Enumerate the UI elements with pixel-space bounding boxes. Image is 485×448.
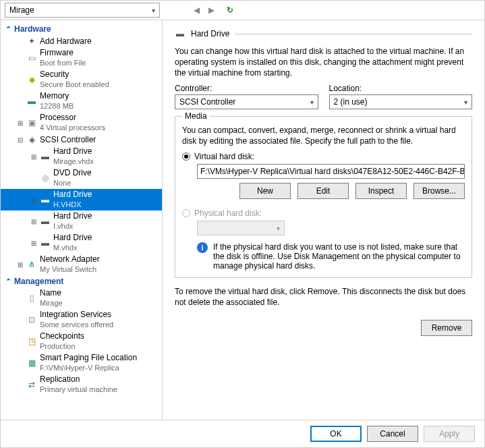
edit-button[interactable]: Edit bbox=[297, 183, 349, 199]
add-hardware-icon: ✦ bbox=[26, 36, 37, 47]
sidebar-item-processor[interactable]: ⊞▣ Processor 4 Virtual processors bbox=[1, 112, 162, 134]
refresh-button[interactable]: ↻ bbox=[223, 3, 237, 17]
name-icon: ▯ bbox=[26, 293, 37, 304]
harddrive-icon: ▬ bbox=[40, 237, 51, 248]
radio-icon bbox=[182, 209, 190, 217]
panel-description: You can change how this virtual hard dis… bbox=[175, 46, 472, 78]
divider bbox=[235, 34, 472, 34]
replication-icon: ⇄ bbox=[26, 379, 37, 390]
media-description: You can compact, convert, expand, merge,… bbox=[182, 125, 465, 146]
controller-label: Controller: bbox=[175, 84, 318, 93]
collapse-icon: ⌃ bbox=[5, 277, 11, 286]
nav-back-button[interactable]: ◀ bbox=[190, 3, 203, 17]
expand-icon: ⊞ bbox=[17, 118, 24, 128]
collapse-icon: ⌃ bbox=[5, 25, 11, 34]
collapse-icon: ⊟ bbox=[17, 135, 24, 145]
expand-icon: ⊞ bbox=[30, 152, 37, 162]
sidebar-item-smart-paging[interactable]: ▦ Smart Paging File Location F:\VMs\Hype… bbox=[1, 352, 162, 374]
media-legend: Media bbox=[182, 111, 210, 121]
sidebar-item-name[interactable]: ▯ Name Mirage bbox=[1, 287, 162, 309]
new-button[interactable]: New bbox=[239, 183, 291, 199]
settings-tree[interactable]: ⌃ Hardware ✦ Add Hardware ▭ Firmware Boo… bbox=[1, 20, 163, 420]
vm-name: Mirage bbox=[9, 5, 34, 15]
remove-button[interactable]: Remove bbox=[421, 320, 472, 336]
sidebar-item-harddrive-1[interactable]: ⊞▬ Hard Drive Mirage.vhdx bbox=[1, 146, 162, 167]
cpu-icon: ▣ bbox=[26, 117, 37, 128]
inspect-button[interactable]: Inspect bbox=[355, 183, 407, 199]
section-hardware[interactable]: ⌃ Hardware bbox=[1, 23, 162, 35]
sidebar-item-integration[interactable]: ⊡ Integration Services Some services off… bbox=[1, 309, 162, 331]
sidebar-item-network[interactable]: ⊞⋔ Network Adapter My Virtual Switch bbox=[1, 254, 162, 275]
remove-description: To remove the virtual hard disk, click R… bbox=[175, 286, 472, 308]
sidebar-item-checkpoints[interactable]: ◳ Checkpoints Production bbox=[1, 331, 162, 352]
media-group: Media You can compact, convert, expand, … bbox=[175, 116, 472, 278]
memory-icon: ▬ bbox=[26, 96, 37, 107]
harddrive-icon: ▬ bbox=[40, 151, 51, 162]
expand-icon: ⊞ bbox=[30, 217, 37, 227]
cancel-button[interactable]: Cancel bbox=[367, 426, 418, 442]
chevron-down-icon: ▾ bbox=[277, 225, 280, 232]
location-label: Location: bbox=[329, 84, 473, 93]
sidebar-item-harddrive-2[interactable]: ⊞▬ Hard Drive H.VHDX bbox=[1, 189, 162, 211]
vhd-path-input[interactable]: F:\VMs\Hyper-V Replica\Virtual hard disk… bbox=[197, 164, 465, 179]
vhd-radio[interactable]: Virtual hard disk: bbox=[182, 152, 465, 161]
sidebar-item-memory[interactable]: ▬ Memory 12288 MB bbox=[1, 90, 162, 112]
browse-button[interactable]: Browse... bbox=[413, 183, 465, 199]
nav-forward-button[interactable]: ▶ bbox=[204, 3, 218, 17]
section-management[interactable]: ⌃ Management bbox=[1, 275, 162, 287]
panel-title: Hard Drive bbox=[191, 29, 229, 38]
sidebar-item-firmware[interactable]: ▭ Firmware Boot from File bbox=[1, 47, 162, 69]
radio-icon bbox=[182, 152, 190, 161]
controller-select[interactable]: SCSI Controller ▾ bbox=[175, 94, 318, 109]
harddrive-icon: ▬ bbox=[40, 194, 51, 205]
sidebar-item-replication[interactable]: ⇄ Replication Primary virtual machine bbox=[1, 374, 162, 395]
expand-icon: ⊞ bbox=[17, 260, 24, 270]
firmware-icon: ▭ bbox=[26, 53, 37, 63]
sidebar-item-add-hardware[interactable]: ✦ Add Hardware bbox=[1, 35, 162, 47]
vm-selector[interactable]: Mirage ▾ bbox=[5, 3, 160, 18]
physical-disk-info: If the physical hard disk you want to us… bbox=[213, 242, 465, 271]
dvd-icon: ◎ bbox=[40, 173, 51, 184]
checkpoint-icon: ◳ bbox=[26, 336, 37, 347]
paging-icon: ▦ bbox=[26, 358, 37, 368]
expand-icon: ⊞ bbox=[30, 195, 37, 205]
sidebar-item-security[interactable]: ◆ Security Secure Boot enabled bbox=[1, 69, 162, 90]
sidebar-item-harddrive-3[interactable]: ⊞▬ Hard Drive I.vhdx bbox=[1, 211, 162, 232]
harddrive-icon: ▬ bbox=[175, 28, 186, 39]
network-icon: ⋔ bbox=[26, 259, 37, 270]
location-select[interactable]: 2 (in use) ▾ bbox=[329, 94, 473, 109]
info-icon: i bbox=[197, 242, 208, 253]
chevron-down-icon: ▾ bbox=[310, 99, 314, 106]
apply-button: Apply bbox=[424, 426, 475, 442]
controller-icon: ◈ bbox=[26, 134, 37, 145]
sidebar-item-scsi[interactable]: ⊟◈ SCSI Controller bbox=[1, 134, 162, 146]
expand-icon: ⊞ bbox=[30, 238, 37, 248]
physical-disk-radio: Physical hard disk: bbox=[182, 208, 465, 218]
chevron-down-icon: ▾ bbox=[464, 99, 467, 106]
shield-icon: ◆ bbox=[26, 74, 37, 85]
ok-button[interactable]: OK bbox=[310, 426, 362, 442]
sidebar-item-dvd[interactable]: ◎ DVD Drive None bbox=[1, 167, 162, 189]
chevron-down-icon: ▾ bbox=[152, 7, 155, 14]
harddrive-icon: ▬ bbox=[40, 216, 51, 227]
physical-disk-select: ▾ bbox=[197, 221, 285, 235]
integration-icon: ⊡ bbox=[26, 314, 37, 325]
sidebar-item-harddrive-4[interactable]: ⊞▬ Hard Drive M.vhdx bbox=[1, 232, 162, 254]
